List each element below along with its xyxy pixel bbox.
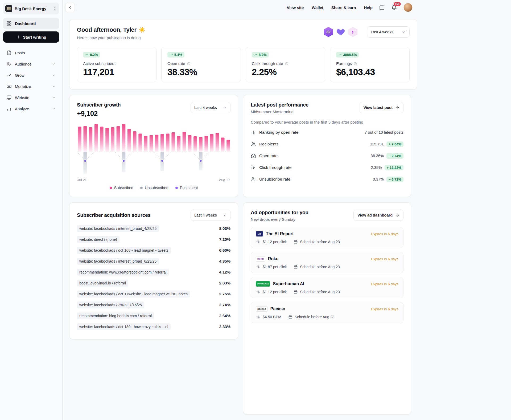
chart-bar: [177, 136, 180, 152]
source-share: 8.03%: [219, 226, 230, 231]
chevdown-icon: [52, 73, 56, 77]
date-range-select[interactable]: Last 4 weeks: [367, 26, 410, 38]
source-share: 4.12%: [219, 270, 230, 274]
ad-opportunity-the-ai-report[interactable]: AI The AI Report Expires in 6 days $1.12…: [251, 227, 403, 248]
topbar-link-wallet[interactable]: Wallet: [312, 5, 323, 10]
topbar-link-view-site[interactable]: View site: [287, 5, 304, 10]
ad-opportunities-card: Ad opportunities for you New drops every…: [243, 202, 411, 415]
chart-bar: [204, 136, 208, 152]
bell-icon[interactable]: 156: [391, 5, 397, 10]
chart-bar: [210, 134, 213, 152]
performance-row-open-rate: Open rate 36.36% − 2.74%: [251, 150, 403, 162]
sidebar-item-posts[interactable]: Posts: [3, 47, 59, 58]
trend-badge: 8.2%: [252, 52, 269, 58]
view-latest-post-button[interactable]: View latest post: [360, 102, 403, 113]
advertiser-logo: SUPERHUMAN: [256, 281, 270, 287]
chart-bar: [127, 129, 131, 152]
sidebar-item-audience[interactable]: Audience: [3, 59, 59, 69]
post-sent-marker: [122, 160, 125, 162]
chart-unsub-bar: [84, 152, 87, 174]
calendar-icon: [288, 315, 292, 319]
acquisition-row: website: facebookads / interest_broad_4/…: [77, 223, 230, 234]
chart-bar: [100, 127, 104, 152]
date-range-select[interactable]: Last 4 weeks: [191, 102, 230, 113]
legend-unsubscribed: Unsubscribed: [140, 186, 168, 190]
expires-label: Expires in 6 days: [371, 282, 398, 286]
advertiser-name: The AI Report: [266, 231, 294, 236]
expires-label: Expires in 6 days: [371, 257, 398, 261]
stat-label: Earnings: [336, 61, 352, 66]
chart-bar: [199, 137, 203, 152]
advertiser-logo: pacaso: [256, 306, 268, 312]
legend-label: Posts sent: [180, 186, 198, 190]
latest-post-title: Midsummer Mastermind: [251, 109, 308, 114]
schedule-label: Schedule before Aug 23: [295, 315, 334, 319]
start-writing-button[interactable]: Start writing: [3, 31, 59, 43]
source-label: website: facebookads / interest_broad_6/…: [77, 258, 159, 265]
chart-bar: [78, 127, 81, 152]
sidebar-item-label: Posts: [15, 51, 25, 55]
chart-bar: [150, 135, 153, 152]
trend-value: 3088.5%: [343, 53, 357, 56]
button-label: View latest post: [364, 105, 393, 110]
topbar-link-share-earn[interactable]: Share & earn: [331, 5, 356, 10]
mail-icon: [251, 153, 256, 158]
chart-bar: [183, 132, 186, 152]
stat-value: 38.33%: [167, 67, 235, 77]
expires-label: Expires in 6 days: [371, 232, 398, 236]
calendar-icon[interactable]: [379, 5, 385, 10]
schedule-label: Schedule before Aug 23: [300, 290, 340, 294]
acquisition-row: website: facebookads / dct 17website - l…: [77, 288, 230, 299]
advertiser-logo: Roku: [256, 256, 265, 262]
topbar-link-help[interactable]: Help: [364, 5, 373, 10]
view-ad-dashboard-button[interactable]: View ad dashboard: [353, 210, 403, 221]
sidebar-item-label: Monetize: [15, 84, 31, 89]
click-icon: [251, 165, 256, 170]
sidebar-item-dashboard[interactable]: Dashboard: [3, 18, 59, 29]
trendup-icon: [338, 53, 342, 56]
trend-value: 8.2%: [90, 53, 98, 56]
avatar[interactable]: [403, 3, 413, 12]
x-axis: Jul 21 Aug 17: [77, 178, 230, 182]
lightning-badge[interactable]: [348, 27, 357, 37]
sidebar-item-analyze[interactable]: Analyze: [3, 103, 59, 114]
monitor-icon: [6, 95, 12, 100]
chart-bar: [84, 126, 87, 152]
source-label: website: direct / (none): [77, 236, 119, 243]
ad-opportunity-superhuman-ai[interactable]: SUPERHUMAN Superhuman AI Expires in 6 da…: [251, 277, 403, 298]
chevdown-icon: [52, 62, 56, 66]
performance-row-unsubscribe-rate: Unsubscribe rate 0.37% − 6.72%: [251, 173, 403, 185]
workspace-name: Big Desk Energy: [15, 6, 50, 11]
date-range-select[interactable]: Last 4 weeks: [191, 210, 230, 221]
price-label: $1.12 per click: [263, 290, 287, 294]
date-range-value: Last 4 weeks: [194, 105, 217, 110]
metric-value: 7 out of 10 latest posts: [365, 130, 403, 134]
collapse-sidebar-button[interactable]: [65, 3, 75, 12]
growth-delta: +9,102: [77, 109, 121, 118]
legend-posts-sent: Posts sent: [175, 186, 198, 190]
sidebar-item-monetize[interactable]: Monetize: [3, 81, 59, 92]
delta-badge: + 9.04%: [386, 141, 403, 147]
ad-opportunity-pacaso[interactable]: pacaso Pacaso Expires in 6 days $4.50 CP…: [251, 302, 403, 323]
topbar-links: View siteWalletShare & earnHelp: [287, 5, 373, 10]
schedule-label: Schedule before Aug 23: [300, 265, 340, 269]
sidebar-item-website[interactable]: Website: [3, 92, 59, 103]
acquisition-row: recommendation: www.creatorspotlight.com…: [77, 267, 230, 278]
sidebar-item-grow[interactable]: Grow: [3, 70, 59, 80]
metric-label: Unsubscribe rate: [259, 177, 290, 182]
source-share: 2.64%: [219, 313, 230, 318]
trend-badge: 5.4%: [167, 52, 184, 58]
ad-opportunity-roku[interactable]: Roku Roku Expires in 6 days $1.87 per cl…: [251, 252, 403, 273]
heart-icon[interactable]: [336, 27, 345, 36]
source-share: 2.74%: [219, 303, 230, 307]
chevdown-icon: [52, 107, 56, 111]
metric-label: Ranking by open rate: [259, 130, 298, 135]
workspace-switcher[interactable]: Big Desk Energy: [3, 3, 59, 14]
ad-list: AI The AI Report Expires in 6 days $1.12…: [251, 227, 403, 323]
metric-value: 0.37%: [373, 177, 384, 181]
chevron-left-icon: [68, 5, 72, 10]
topbar: View siteWalletShare & earnHelp 156: [63, 0, 417, 14]
metric-label: Click through rate: [259, 165, 291, 170]
streak-badge[interactable]: 32: [324, 27, 333, 37]
sidebar-item-label: Analyze: [15, 107, 29, 111]
